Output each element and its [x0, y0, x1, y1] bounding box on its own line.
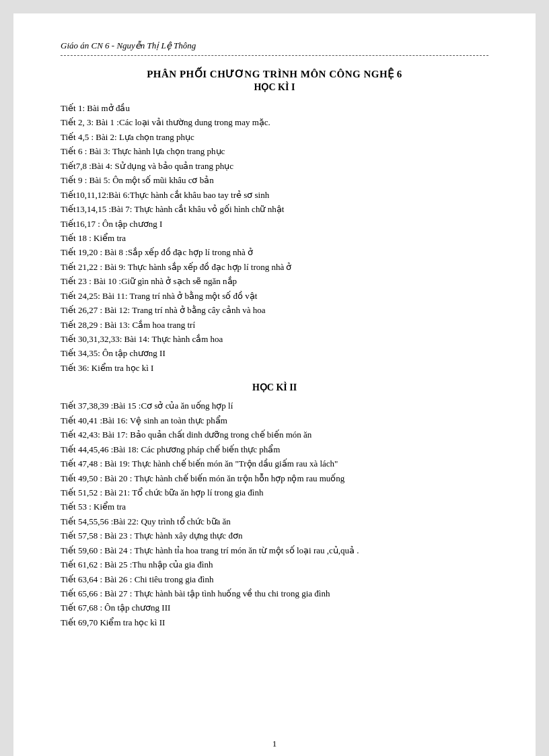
list-item: Tiết 36: Kiểm tra học kì I	[61, 361, 488, 375]
page-number: 1	[13, 738, 536, 749]
list-item: Tiết13,14,15 :Bài 7: Thực hành cắt khâu …	[61, 202, 488, 216]
list-item: Tiết 51,52 : Bài 21: Tổ chức bữa ăn hợp …	[61, 485, 488, 500]
list-item: Tiết 67,68 : Ôn tập chương III	[61, 600, 488, 615]
list-item: Tiết 6 : Bài 3: Thực hành lựa chọn trang…	[61, 144, 488, 158]
list-item: Tiết 18 : Kiểm tra	[61, 231, 488, 245]
list-item: Tiết 26,27 : Bài 12: Trang trí nhà ở bằn…	[61, 303, 488, 317]
semester2-title: HỌC KÌ II	[61, 382, 488, 393]
list-item: Tiết 24,25: Bài 11: Trang trí nhà ở bằng…	[61, 289, 488, 303]
list-item: Tiết 30,31,32,33: Bài 14: Thực hành cắm …	[61, 332, 488, 346]
list-item: Tiết 21,22 : Bài 9: Thực hành sắp xếp đồ…	[61, 260, 488, 274]
list-item: Tiết 37,38,39 :Bài 15 :Cơ sở của ăn uống…	[61, 399, 488, 413]
main-title: PHÂN PHỐI CHƯƠNG TRÌNH MÔN CÔNG NGHỆ 6	[61, 68, 488, 80]
divider	[61, 55, 488, 56]
sub-title: HỌC KÌ I	[61, 81, 488, 93]
list-item: Tiết 4,5 : Bài 2: Lựa chọn trang phục	[61, 130, 488, 144]
list-item: Tiết 57,58 : Bài 23 : Thực hành xây dựng…	[61, 528, 488, 543]
list-item: Tiết 19,20 : Bài 8 :Sắp xếp đồ đạc hợp l…	[61, 245, 488, 259]
list-item: Tiết 23 : Bài 10 :Giữ gìn nhà ở sạch sẽ …	[61, 274, 488, 288]
list-item: Tiết 1: Bài mở đầu	[61, 101, 488, 115]
list-item: Tiết 54,55,56 :Bài 22: Quy trình tổ chức…	[61, 514, 488, 528]
list-item: Tiết 9 : Bài 5: Ôn một số mũi khâu cơ bả…	[61, 173, 488, 187]
list-item: Tiết 65,66 : Bài 27 : Thực hành bài tập …	[61, 586, 488, 600]
header-author: Giáo án CN 6 - Nguyễn Thị Lệ Thông	[61, 40, 488, 51]
list-item: Tiết10,11,12:Bài 6:Thực hành cắt khâu ba…	[61, 188, 488, 202]
semester1-list: Tiết 1: Bài mở đầuTiết 2, 3: Bài 1 :Các …	[61, 101, 488, 375]
list-item: Tiết16,17 : Ôn tập chương I	[61, 217, 488, 231]
list-item: Tiết 49,50 : Bài 20 : Thực hành chế biến…	[61, 471, 488, 485]
list-item: Tiết 40,41 :Bài 16: Vệ sinh an toàn thực…	[61, 413, 488, 427]
list-item: Tiết 59,60 : Bài 24 : Thực hành tỉa hoa …	[61, 543, 488, 557]
list-item: Tiết7,8 :Bài 4: Sử dụng và bảo quản tran…	[61, 159, 488, 173]
semester2-list: Tiết 37,38,39 :Bài 15 :Cơ sở của ăn uống…	[61, 399, 488, 629]
list-item: Tiết 2, 3: Bài 1 :Các loại vải thường du…	[61, 115, 488, 129]
list-item: Tiết 63,64 : Bài 26 : Chi tiêu trong gia…	[61, 572, 488, 586]
list-item: Tiết 61,62 : Bài 25 :Thu nhập của gia đì…	[61, 557, 488, 572]
list-item: Tiết 28,29 : Bài 13: Cắm hoa trang trí	[61, 318, 488, 332]
list-item: Tiết 44,45,46 :Bài 18: Các phương pháp c…	[61, 442, 488, 456]
list-item: Tiết 69,70 Kiểm tra học kì II	[61, 615, 488, 629]
list-item: Tiết 42,43: Bài 17: Bảo quản chất dinh d…	[61, 427, 488, 442]
list-item: Tiết 53 : Kiểm tra	[61, 500, 488, 514]
list-item: Tiết 47,48 : Bài 19: Thực hành chế biến …	[61, 456, 488, 471]
page: Giáo án CN 6 - Nguyễn Thị Lệ Thông PHÂN …	[13, 13, 536, 756]
list-item: Tiết 34,35: Ôn tập chương II	[61, 346, 488, 360]
